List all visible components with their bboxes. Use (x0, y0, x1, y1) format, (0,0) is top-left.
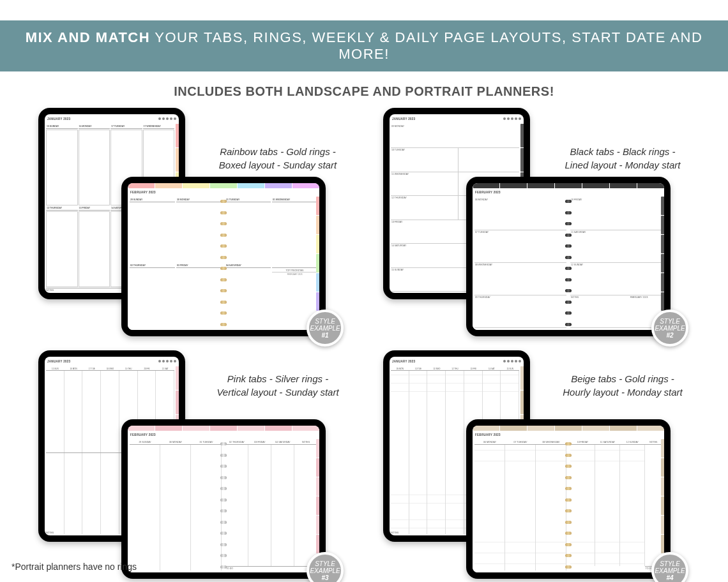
style-badge-4: STYLE EXAMPLE #4 (651, 552, 688, 582)
headline-banner: MIX AND MATCH YOUR TABS, RINGS, WEEKLY &… (0, 20, 728, 71)
caption-3: Pink tabs - Silver rings - Vertical layo… (204, 372, 351, 399)
landscape-month-2: FEBRUARY 2023 (475, 191, 501, 194)
style-example-4: Beige tabs - Gold rings - Hourly layout … (377, 350, 696, 582)
examples-grid: Rainbow tabs - Gold rings - Boxed layout… (0, 108, 728, 582)
portrait-month-3: JANUARY 2023 (47, 360, 70, 363)
beige-top-tabs (473, 426, 664, 431)
toolbar-icons (503, 117, 521, 120)
landscape-tablet-3: FEBRUARY 2023 29 SUNDAY 30 MONDAY 31 TUE… (121, 419, 326, 579)
gold-rings-4 (565, 438, 572, 572)
black-top-tabs (473, 183, 664, 188)
style-example-1: Rainbow tabs - Gold rings - Boxed layout… (32, 108, 351, 344)
landscape-month-4: FEBRUARY 2023 (475, 433, 501, 436)
caption-2: Black tabs - Black rings - Lined layout … (549, 145, 696, 172)
landscape-tablet-1: FEBRUARY 2023 29 SUNDAY 30 MONDAY 02 THU… (121, 177, 326, 336)
portrait-month-4: JANUARY 2023 (392, 360, 415, 363)
rainbow-top-tabs (128, 183, 319, 188)
landscape-month-1: FEBRUARY 2023 (130, 191, 156, 194)
banner-bold: MIX AND MATCH (26, 29, 150, 45)
style-badge-2: STYLE EXAMPLE #2 (651, 310, 688, 347)
portrait-month-2: JANUARY 2023 (392, 117, 415, 121)
caption-1: Rainbow tabs - Gold rings - Boxed layout… (204, 145, 351, 172)
subheadline: INCLUDES BOTH LANDSCAPE AND PORTRAIT PLA… (0, 84, 728, 99)
pink-top-tabs (128, 426, 319, 431)
toolbar-icons (503, 360, 521, 362)
toolbar-icons (158, 360, 176, 362)
landscape-tablet-2: FEBRUARY 2023 06 MONDAY 07 TUESDAY 08 WE… (466, 177, 671, 336)
gold-rings (220, 196, 227, 330)
style-example-3: Pink tabs - Silver rings - Vertical layo… (32, 350, 351, 582)
silver-rings (220, 438, 227, 572)
toolbar-icons (158, 117, 176, 120)
style-badge-1: STYLE EXAMPLE #1 (307, 310, 344, 347)
landscape-tablet-4: FEBRUARY 2023 06 MONDAY 07 TUESDAY 08 WE… (466, 419, 671, 579)
banner-light: YOUR TABS, RINGS, WEEKLY & DAILY PAGE LA… (150, 29, 702, 62)
black-rings (565, 196, 572, 330)
footnote: *Portrait planners have no rings (11, 562, 137, 572)
style-example-2: Black tabs - Black rings - Lined layout … (377, 108, 696, 344)
portrait-month-1: JANUARY 2023 (47, 117, 70, 121)
notes-label: NOTES (46, 532, 54, 534)
landscape-month-3: FEBRUARY 2023 (130, 433, 156, 436)
notes-label-4: NOTES (391, 532, 398, 534)
style-badge-3: STYLE EXAMPLE #3 (307, 552, 344, 582)
caption-4: Beige tabs - Gold rings - Hourly layout … (549, 372, 696, 399)
